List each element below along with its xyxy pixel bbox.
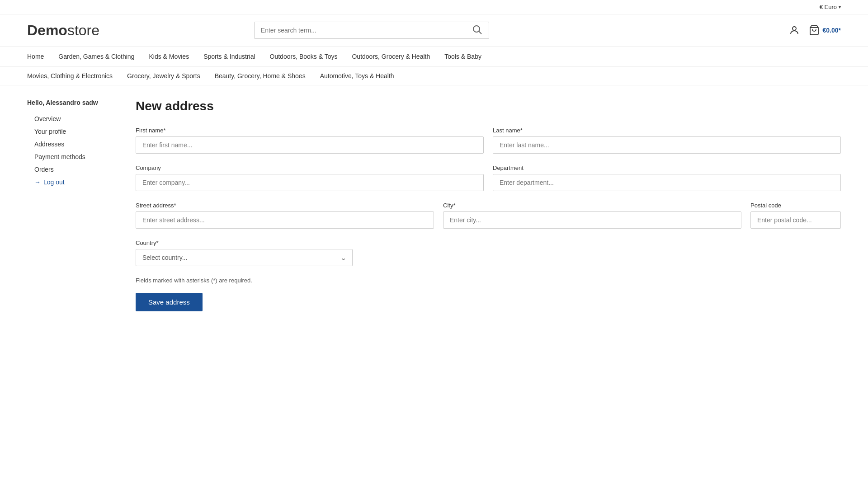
city-label: City* xyxy=(443,202,741,209)
sidebar-greeting: Hello, Alessandro sadw xyxy=(27,99,118,106)
company-group: Company xyxy=(136,164,484,191)
name-row: First name* Last name* xyxy=(136,127,841,154)
secondary-nav: Movies, Clothing & Electronics Grocery, … xyxy=(0,67,868,85)
nav-item-beauty[interactable]: Beauty, Grocery, Home & Shoes xyxy=(208,67,313,85)
nav-item-grocery[interactable]: Grocery, Jewelry & Sports xyxy=(120,67,208,85)
header: Demostore €0.00* xyxy=(0,14,868,47)
city-group: City* xyxy=(443,202,741,229)
currency-label: € Euro xyxy=(820,4,837,10)
postal-group: Postal code xyxy=(750,202,841,229)
search-bar xyxy=(254,22,489,39)
svg-line-1 xyxy=(479,32,481,34)
sidebar-item-payment[interactable]: Payment methods xyxy=(27,153,118,160)
company-input[interactable] xyxy=(136,174,484,191)
logout-label: Log out xyxy=(43,178,65,186)
svg-point-2 xyxy=(793,27,796,30)
required-note: Fields marked with asterisks (*) are req… xyxy=(136,277,841,284)
country-row: Country* Select country... xyxy=(136,239,841,266)
department-label: Department xyxy=(493,164,841,171)
main-layout: Hello, Alessandro sadw Overview Your pro… xyxy=(0,85,868,325)
sidebar-link-payment[interactable]: Payment methods xyxy=(27,153,118,160)
country-select[interactable]: Select country... xyxy=(136,249,353,266)
logout-arrow-icon: → xyxy=(34,178,41,186)
user-icon xyxy=(789,25,800,36)
department-input[interactable] xyxy=(493,174,841,191)
street-group: Street address* xyxy=(136,202,434,229)
city-input[interactable] xyxy=(443,211,741,229)
logo-bold: Demo xyxy=(27,22,67,38)
country-select-wrapper: Select country... xyxy=(136,249,353,266)
company-row: Company Department xyxy=(136,164,841,191)
last-name-group: Last name* xyxy=(493,127,841,154)
sidebar-item-addresses[interactable]: Addresses xyxy=(27,141,118,148)
sidebar-item-orders[interactable]: Orders xyxy=(27,166,118,173)
first-name-group: First name* xyxy=(136,127,484,154)
search-input[interactable] xyxy=(255,22,465,38)
company-label: Company xyxy=(136,164,484,171)
postal-input[interactable] xyxy=(750,211,841,229)
sidebar-link-overview[interactable]: Overview xyxy=(27,115,118,122)
sidebar: Hello, Alessandro sadw Overview Your pro… xyxy=(27,99,118,311)
last-name-input[interactable] xyxy=(493,136,841,154)
logout-button[interactable]: → Log out xyxy=(27,178,118,186)
first-name-label: First name* xyxy=(136,127,484,134)
sidebar-item-profile[interactable]: Your profile xyxy=(27,128,118,135)
header-icons: €0.00* xyxy=(789,25,840,36)
sidebar-link-addresses[interactable]: Addresses xyxy=(27,141,118,148)
nav-item-automotive[interactable]: Automotive, Toys & Health xyxy=(313,67,401,85)
nav-item-tools[interactable]: Tools & Baby xyxy=(437,47,489,66)
last-name-label: Last name* xyxy=(493,127,841,134)
logo-light: store xyxy=(67,22,99,38)
cart-button[interactable]: €0.00* xyxy=(809,25,840,36)
nav-item-outdoors1[interactable]: Outdoors, Books & Toys xyxy=(263,47,345,66)
sidebar-link-profile[interactable]: Your profile xyxy=(27,128,118,135)
street-input[interactable] xyxy=(136,211,434,229)
cart-price: €0.00* xyxy=(822,27,840,34)
nav-item-sports[interactable]: Sports & Industrial xyxy=(196,47,262,66)
save-address-button[interactable]: Save address xyxy=(136,293,203,311)
nav-item-outdoors2[interactable]: Outdoors, Grocery & Health xyxy=(344,47,437,66)
svg-point-0 xyxy=(473,26,480,32)
cart-icon xyxy=(809,25,820,36)
page-title: New address xyxy=(136,99,841,113)
street-label: Street address* xyxy=(136,202,434,209)
main-nav: Home Garden, Games & Clothing Kids & Mov… xyxy=(0,47,868,67)
nav-item-kids[interactable]: Kids & Movies xyxy=(142,47,196,66)
department-group: Department xyxy=(493,164,841,191)
form-area: New address First name* Last name* Compa… xyxy=(136,99,841,311)
postal-label: Postal code xyxy=(750,202,841,209)
chevron-down-icon: ▾ xyxy=(839,5,841,9)
search-icon xyxy=(472,24,482,35)
sidebar-link-orders[interactable]: Orders xyxy=(27,166,118,173)
address-row: Street address* City* Postal code xyxy=(136,202,841,229)
search-button[interactable] xyxy=(465,22,489,38)
country-group: Country* Select country... xyxy=(136,239,353,266)
currency-selector[interactable]: € Euro ▾ xyxy=(820,4,841,10)
nav-item-movies[interactable]: Movies, Clothing & Electronics xyxy=(27,67,120,85)
nav-item-garden[interactable]: Garden, Games & Clothing xyxy=(51,47,142,66)
sidebar-item-overview[interactable]: Overview xyxy=(27,115,118,122)
sidebar-nav: Overview Your profile Addresses Payment … xyxy=(27,115,118,173)
user-account-button[interactable] xyxy=(789,25,800,36)
top-bar: € Euro ▾ xyxy=(0,0,868,14)
logo[interactable]: Demostore xyxy=(27,22,99,39)
first-name-input[interactable] xyxy=(136,136,484,154)
country-label: Country* xyxy=(136,239,353,246)
nav-item-home[interactable]: Home xyxy=(27,47,51,66)
